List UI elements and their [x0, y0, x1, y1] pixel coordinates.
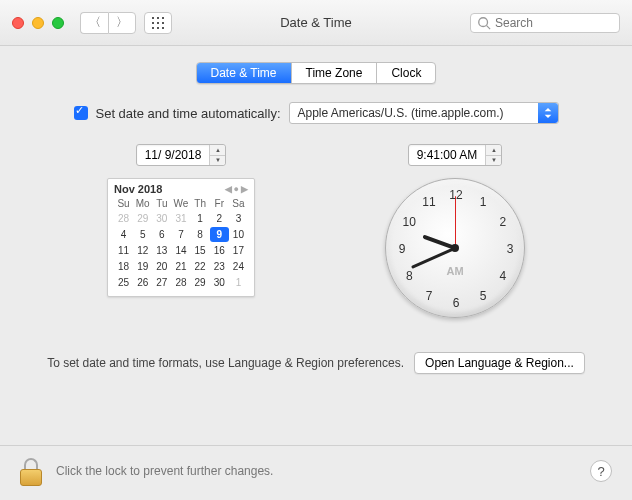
calendar-day[interactable]: 16 — [210, 243, 229, 258]
time-field[interactable]: 9:41:00 AM ▲▼ — [408, 144, 503, 166]
grid-icon — [152, 17, 164, 29]
svg-line-10 — [487, 25, 491, 29]
calendar-day[interactable]: 5 — [133, 227, 152, 242]
zoom-icon[interactable] — [52, 17, 64, 29]
calendar-day[interactable]: 27 — [152, 275, 171, 290]
cal-prev-icon[interactable]: ◀ — [225, 184, 232, 194]
svg-rect-3 — [152, 22, 154, 24]
calendar-day[interactable]: 12 — [133, 243, 152, 258]
time-stepper[interactable]: ▲▼ — [485, 145, 501, 165]
calendar-dow: Sa — [229, 197, 248, 210]
chevron-updown-icon — [538, 103, 558, 123]
svg-marker-12 — [544, 115, 551, 118]
svg-rect-8 — [162, 27, 164, 29]
time-value: 9:41:00 AM — [409, 145, 486, 165]
date-stepper[interactable]: ▲▼ — [209, 145, 225, 165]
auto-label: Set date and time automatically: — [96, 106, 281, 121]
calendar-day[interactable]: 25 — [114, 275, 133, 290]
calendar-day[interactable]: 6 — [152, 227, 171, 242]
calendar-day[interactable]: 18 — [114, 259, 133, 274]
minimize-icon[interactable] — [32, 17, 44, 29]
tab-date-time[interactable]: Date & Time — [197, 63, 292, 83]
time-column: 9:41:00 AM ▲▼ AM 121234567891011 — [385, 144, 525, 318]
tab-time-zone[interactable]: Time Zone — [292, 63, 378, 83]
calendar-month: Nov 2018 — [114, 183, 162, 195]
clock-number: 2 — [499, 215, 506, 229]
cal-today-icon[interactable]: ● — [234, 184, 239, 194]
cal-next-icon[interactable]: ▶ — [241, 184, 248, 194]
lock-hint: Click the lock to prevent further change… — [56, 464, 273, 478]
lock-body-icon — [20, 469, 42, 486]
clock-number: 1 — [480, 195, 487, 209]
nav-buttons: 〈 〉 — [80, 12, 136, 34]
calendar-day[interactable]: 4 — [114, 227, 133, 242]
calendar-day[interactable]: 30 — [152, 211, 171, 226]
calendar-day[interactable]: 22 — [191, 259, 210, 274]
calendar-day[interactable]: 29 — [191, 275, 210, 290]
svg-rect-4 — [157, 22, 159, 24]
clock-ampm: AM — [446, 265, 463, 277]
formats-row: To set date and time formats, use Langua… — [22, 352, 610, 374]
auto-checkbox[interactable] — [74, 106, 88, 120]
stepper-down-icon[interactable]: ▼ — [210, 156, 225, 166]
svg-point-9 — [479, 17, 488, 26]
clock-number: 6 — [453, 296, 460, 310]
calendar-day[interactable]: 2 — [210, 211, 229, 226]
time-server-select[interactable]: Apple Americas/U.S. (time.apple.com.) — [289, 102, 559, 124]
clock-number: 10 — [403, 215, 416, 229]
footer: Click the lock to prevent further change… — [0, 445, 632, 500]
window-controls — [12, 17, 64, 29]
calendar-day[interactable]: 11 — [114, 243, 133, 258]
clock-pin — [451, 244, 459, 252]
calendar-day[interactable]: 1 — [191, 211, 210, 226]
stepper-down-icon[interactable]: ▼ — [486, 156, 501, 166]
calendar-day[interactable]: 13 — [152, 243, 171, 258]
calendar-day[interactable]: 1 — [229, 275, 248, 290]
date-field[interactable]: 11/ 9/2018 ▲▼ — [136, 144, 227, 166]
forward-button[interactable]: 〉 — [108, 12, 136, 34]
second-hand — [455, 196, 456, 248]
calendar-day[interactable]: 9 — [210, 227, 229, 242]
analog-clock[interactable]: AM 121234567891011 — [385, 178, 525, 318]
calendar-day[interactable]: 20 — [152, 259, 171, 274]
calendar-day[interactable]: 24 — [229, 259, 248, 274]
help-button[interactable]: ? — [590, 460, 612, 482]
calendar-day[interactable]: 19 — [133, 259, 152, 274]
calendar-day[interactable]: 29 — [133, 211, 152, 226]
show-all-button[interactable] — [144, 12, 172, 34]
formats-hint: To set date and time formats, use Langua… — [47, 356, 404, 370]
calendar-day[interactable]: 28 — [171, 275, 190, 290]
calendar-dow: Su — [114, 197, 133, 210]
calendar-day[interactable]: 10 — [229, 227, 248, 242]
calendar-day[interactable]: 21 — [171, 259, 190, 274]
tab-bar: Date & Time Time Zone Clock — [22, 62, 610, 84]
calendar-day[interactable]: 28 — [114, 211, 133, 226]
svg-rect-0 — [152, 17, 154, 19]
open-language-region-button[interactable]: Open Language & Region... — [414, 352, 585, 374]
stepper-up-icon[interactable]: ▲ — [210, 145, 225, 156]
calendar-day[interactable]: 17 — [229, 243, 248, 258]
close-icon[interactable] — [12, 17, 24, 29]
svg-rect-7 — [157, 27, 159, 29]
calendar[interactable]: Nov 2018 ◀ ● ▶ SuMoTuWeThFrSa28293031123… — [107, 178, 255, 297]
clock-number: 4 — [499, 269, 506, 283]
calendar-day[interactable]: 26 — [133, 275, 152, 290]
search-input[interactable] — [495, 16, 605, 30]
auto-date-row: Set date and time automatically: Apple A… — [22, 102, 610, 124]
clock-number: 11 — [422, 195, 435, 209]
calendar-day[interactable]: 3 — [229, 211, 248, 226]
calendar-dow: Mo — [133, 197, 152, 210]
back-button[interactable]: 〈 — [80, 12, 108, 34]
calendar-day[interactable]: 7 — [171, 227, 190, 242]
stepper-up-icon[interactable]: ▲ — [486, 145, 501, 156]
calendar-dow: We — [171, 197, 190, 210]
calendar-day[interactable]: 23 — [210, 259, 229, 274]
calendar-day[interactable]: 15 — [191, 243, 210, 258]
calendar-day[interactable]: 30 — [210, 275, 229, 290]
search-field[interactable] — [470, 13, 620, 33]
calendar-day[interactable]: 14 — [171, 243, 190, 258]
calendar-day[interactable]: 31 — [171, 211, 190, 226]
calendar-day[interactable]: 8 — [191, 227, 210, 242]
tab-clock[interactable]: Clock — [377, 63, 435, 83]
lock-button[interactable] — [20, 456, 46, 486]
